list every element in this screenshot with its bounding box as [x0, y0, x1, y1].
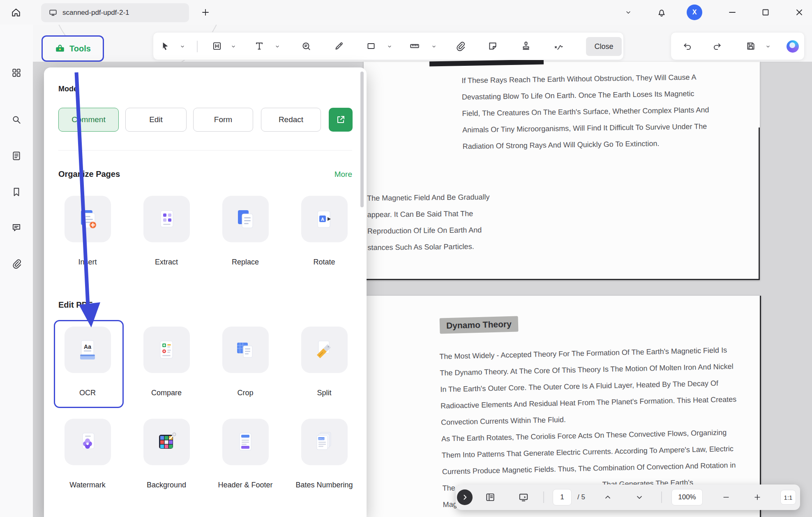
notifications-bell-icon[interactable] — [656, 7, 667, 18]
external-link-icon — [336, 115, 346, 125]
statusbar-divider — [543, 491, 544, 503]
tile-insert[interactable]: Insert — [57, 196, 118, 267]
mode-form-button[interactable]: Form — [193, 108, 253, 132]
tools-button-label: Tools — [69, 44, 91, 53]
pdf-page-2: Dynamo Theory The Most Widely - Accepted… — [365, 296, 761, 517]
topbar: scanned-pdf-updf-2-1 X — [0, 0, 812, 25]
zoom-in-icon[interactable] — [753, 493, 762, 502]
tile-label: Rotate — [313, 257, 335, 267]
split-icon — [301, 327, 348, 373]
tile-crop[interactable]: Crop — [215, 327, 276, 398]
tile-split[interactable]: Split — [293, 327, 355, 398]
document-tab[interactable]: scanned-pdf-updf-2-1 — [41, 3, 189, 22]
replace-icon — [222, 196, 269, 242]
highlight-tool-chevron[interactable] — [231, 44, 236, 49]
select-tool-chevron[interactable] — [180, 44, 185, 49]
home-button[interactable] — [11, 7, 21, 18]
expand-panel-button[interactable] — [457, 489, 473, 505]
new-tab-button[interactable] — [200, 7, 211, 18]
document-line: The Magnetic Field And Be Gradually — [367, 189, 490, 206]
bookmarks-icon[interactable] — [11, 187, 22, 197]
tile-compare[interactable]: Compare — [136, 327, 197, 398]
next-page-chevron[interactable] — [635, 493, 644, 502]
user-avatar[interactable]: X — [687, 5, 702, 20]
tile-label: Header & Footer — [218, 480, 272, 490]
mode-comment-button[interactable]: Comment — [58, 108, 119, 132]
sticker-tool-icon[interactable] — [487, 41, 498, 51]
zoom-level-input[interactable]: 100% — [671, 489, 703, 505]
attachments-icon[interactable] — [11, 258, 22, 269]
save-icon[interactable] — [745, 41, 756, 51]
ai-assistant-icon[interactable] — [787, 40, 799, 53]
tile-label: OCR — [79, 388, 96, 398]
compare-icon — [143, 327, 190, 373]
text-tool-chevron[interactable] — [275, 44, 280, 49]
redo-icon[interactable] — [712, 41, 722, 51]
ocr-icon: Aa — [65, 327, 111, 373]
highlight-tool-icon[interactable] — [212, 41, 222, 51]
document-line: appear. It Can Be Said That The — [367, 205, 490, 223]
tile-label: Extract — [155, 257, 178, 267]
select-tool-icon[interactable] — [160, 41, 171, 51]
svg-text:A: A — [321, 216, 324, 221]
header-footer-icon — [222, 419, 269, 465]
crop-icon — [222, 327, 269, 373]
tile-watermark[interactable]: Watermark — [57, 419, 118, 490]
search-icon[interactable] — [11, 114, 22, 125]
annotation-toolbar: Close — [153, 32, 624, 60]
tools-panel: Mode Comment Edit Form Redact Organize P… — [44, 67, 367, 517]
pages-panel-icon[interactable] — [11, 151, 22, 161]
measure-tool-chevron[interactable] — [431, 44, 436, 49]
thumbnail-view-icon[interactable] — [485, 492, 496, 503]
tile-label: Crop — [237, 388, 253, 398]
shape-tool-icon[interactable] — [366, 41, 376, 51]
actual-size-button[interactable]: 1:1 — [780, 490, 796, 505]
close-toolbar-button[interactable]: Close — [586, 37, 622, 56]
text-tool-icon[interactable] — [254, 41, 265, 51]
page-total-label: / 5 — [577, 485, 585, 510]
mode-redact-button[interactable]: Redact — [261, 108, 321, 132]
sticky-note-tool-icon[interactable] — [301, 41, 311, 51]
tile-label: Split — [317, 388, 331, 398]
tile-label: Bates Numbering — [295, 480, 353, 490]
statusbar: 1 / 5 100% 1:1 — [456, 485, 800, 510]
apps-grid-icon[interactable] — [11, 67, 22, 78]
mode-edit-button[interactable]: Edit — [125, 108, 187, 132]
page1-paragraph: If These Rays Reach The Earth Without Ob… — [461, 68, 750, 155]
page-number-input[interactable]: 1 — [553, 489, 572, 505]
watermark-icon — [65, 419, 111, 465]
close-window-button[interactable] — [794, 7, 805, 18]
tab-list-chevron[interactable] — [623, 9, 634, 16]
toolbox-icon — [55, 43, 65, 54]
signature-tool-icon[interactable] — [553, 41, 564, 51]
minimize-button[interactable] — [727, 7, 738, 18]
shape-tool-chevron[interactable] — [387, 44, 392, 49]
maximize-button[interactable] — [760, 7, 771, 18]
tile-header-footer[interactable]: Header & Footer — [215, 419, 276, 490]
undo-icon[interactable] — [682, 41, 693, 51]
presentation-view-icon[interactable] — [518, 492, 529, 503]
tile-replace[interactable]: Replace — [215, 196, 276, 267]
previous-page-chevron[interactable] — [603, 493, 612, 502]
tools-button[interactable]: Tools — [42, 35, 104, 62]
save-chevron[interactable] — [766, 44, 770, 49]
attach-file-tool-icon[interactable] — [455, 41, 466, 51]
tile-bates-numbering[interactable]: 000123 Bates Numbering — [293, 419, 355, 490]
organize-more-link[interactable]: More — [334, 170, 352, 179]
tile-ocr[interactable]: Aa OCR — [57, 327, 118, 398]
open-in-new-window-button[interactable] — [329, 108, 353, 132]
zoom-out-icon[interactable] — [722, 493, 731, 502]
document-line: stances Such As Solar Particles. — [367, 238, 490, 256]
section-heading-badge: Dynamo Theory — [440, 316, 519, 334]
measure-tool-icon[interactable] — [409, 41, 420, 51]
svg-text:Aa: Aa — [84, 343, 91, 350]
pen-tool-icon[interactable] — [334, 41, 344, 51]
stamp-tool-icon[interactable] — [521, 41, 531, 51]
tile-rotate[interactable]: A Rotate — [293, 196, 355, 267]
extract-icon — [143, 196, 190, 242]
tile-background[interactable]: Background — [136, 419, 197, 490]
panel-scrollbar[interactable] — [360, 72, 364, 207]
comments-panel-icon[interactable] — [11, 222, 22, 233]
scan-edge-shadow — [759, 128, 760, 280]
tile-extract[interactable]: Extract — [136, 196, 197, 267]
